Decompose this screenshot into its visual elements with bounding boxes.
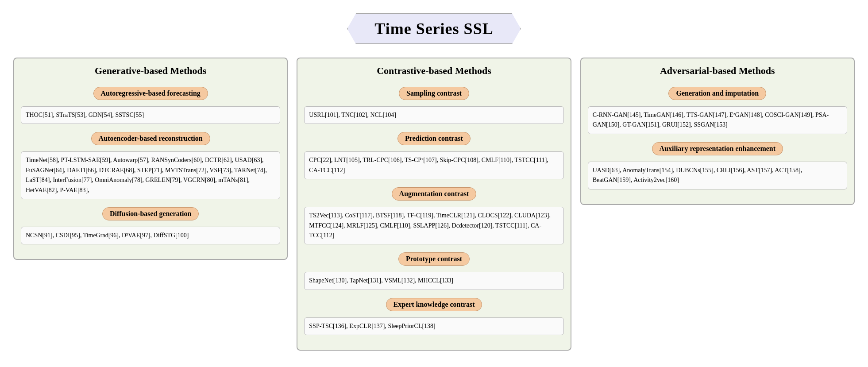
section-label-wrapper-contrastive-3: Prototype contrast [304, 252, 563, 269]
column-contrastive: Contrastive-based MethodsSampling contra… [297, 58, 571, 351]
section-contrastive-4: Expert knowledge contrastSSP-TSC[136], E… [304, 298, 563, 335]
section-content-contrastive-1: CPC[22], LNT[105], TRL-CPC[106], TS-CP²[… [304, 151, 563, 179]
section-contrastive-1: Prediction contrastCPC[22], LNT[105], TR… [304, 132, 563, 179]
section-content-contrastive-4: SSP-TSC[136], ExpCLR[137], SleepPriorCL[… [304, 317, 563, 335]
section-content-generative-1: TimeNet[58], PT-LSTM-SAE[59], Autowarp[5… [21, 151, 280, 199]
section-adversarial-1: Auxiliary representation enhancementUASD… [588, 142, 847, 189]
section-label-contrastive-4: Expert knowledge contrast [386, 298, 482, 311]
section-content-adversarial-1: UASD[63], AnomalyTrans[154], DUBCNs[155]… [588, 162, 847, 189]
column-generative: Generative-based MethodsAutoregressive-b… [13, 58, 288, 260]
section-label-wrapper-adversarial-0: Generation and imputation [588, 87, 847, 104]
section-content-generative-0: THOC[51], STraTS[53], GDN[54], SSTSC[55] [21, 106, 280, 124]
section-label-generative-2: Diffusion-based generation [102, 207, 199, 220]
section-generative-1: Autoencoder-based reconstructionTimeNet[… [21, 132, 280, 199]
section-label-adversarial-0: Generation and imputation [668, 87, 766, 100]
column-header-generative: Generative-based Methods [21, 65, 280, 79]
section-content-contrastive-2: TS2Vec[113], CoST[117], BTSF[118], TF-C[… [304, 207, 563, 244]
section-label-wrapper-adversarial-1: Auxiliary representation enhancement [588, 142, 847, 159]
section-label-wrapper-generative-0: Autoregressive-based forecasting [21, 87, 280, 104]
section-contrastive-3: Prototype contrastShapeNet[130], TapNet[… [304, 252, 563, 290]
section-label-contrastive-3: Prototype contrast [398, 252, 470, 266]
section-label-wrapper-contrastive-0: Sampling contrast [304, 87, 563, 104]
section-content-generative-2: NCSN[91], CSDI[95], TimeGrad[96], D³VAE[… [21, 227, 280, 244]
section-label-wrapper-generative-2: Diffusion-based generation [21, 207, 280, 224]
section-generative-0: Autoregressive-based forecastingTHOC[51]… [21, 87, 280, 124]
section-label-contrastive-0: Sampling contrast [399, 87, 469, 100]
section-content-adversarial-0: C-RNN-GAN[145], TimeGAN[146], TTS-GAN[14… [588, 106, 847, 134]
section-content-contrastive-3: ShapeNet[130], TapNet[131], VSML[132], M… [304, 272, 563, 290]
section-content-contrastive-0: USRL[101], TNC[102], NCL[104] [304, 106, 563, 124]
section-adversarial-0: Generation and imputationC-RNN-GAN[145],… [588, 87, 847, 134]
columns-container: Generative-based MethodsAutoregressive-b… [9, 58, 859, 351]
section-label-contrastive-1: Prediction contrast [397, 132, 471, 145]
section-contrastive-0: Sampling contrastUSRL[101], TNC[102], NC… [304, 87, 563, 124]
section-label-generative-0: Autoregressive-based forecasting [93, 87, 208, 100]
column-header-adversarial: Adversarial-based Methods [588, 65, 847, 79]
section-contrastive-2: Augmentation contrastTS2Vec[113], CoST[1… [304, 187, 563, 244]
section-label-wrapper-contrastive-1: Prediction contrast [304, 132, 563, 149]
section-generative-2: Diffusion-based generationNCSN[91], CSDI… [21, 207, 280, 244]
section-label-generative-1: Autoencoder-based reconstruction [91, 132, 210, 145]
section-label-wrapper-generative-1: Autoencoder-based reconstruction [21, 132, 280, 149]
section-label-contrastive-2: Augmentation contrast [392, 187, 477, 201]
section-label-wrapper-contrastive-2: Augmentation contrast [304, 187, 563, 204]
section-label-wrapper-contrastive-4: Expert knowledge contrast [304, 298, 563, 315]
page-title: Time Series SSL [347, 13, 521, 44]
column-adversarial: Adversarial-based MethodsGeneration and … [580, 58, 855, 205]
section-label-adversarial-1: Auxiliary representation enhancement [652, 142, 783, 155]
column-header-contrastive: Contrastive-based Methods [304, 65, 563, 79]
